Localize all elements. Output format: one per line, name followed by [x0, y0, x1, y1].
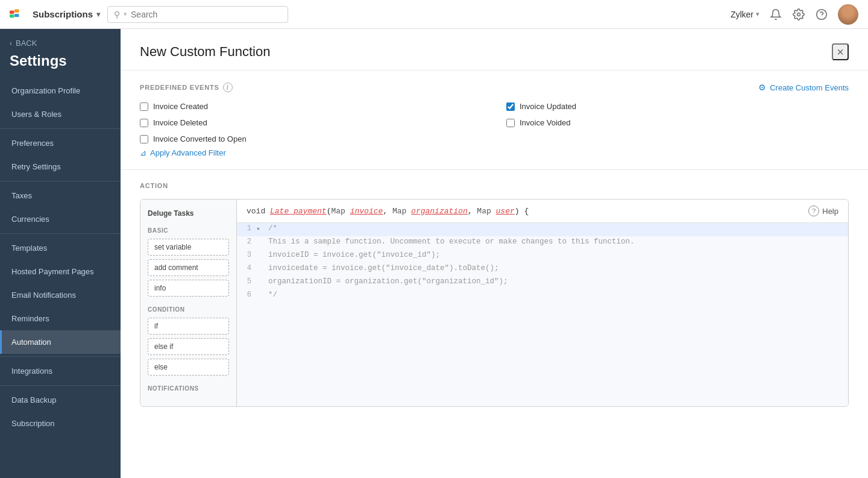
kw-map2: Map	[392, 207, 411, 216]
kw-param-org: organization	[411, 207, 468, 216]
sidebar-item-org-profile-label: Organization Profile	[11, 86, 80, 95]
app-name: Subscriptions	[33, 9, 93, 19]
sidebar-item-taxes-label: Taxes	[11, 191, 32, 200]
code-line-5: 5 organizationID = organization.get("org…	[237, 276, 848, 289]
event-invoice-deleted-checkbox[interactable]	[140, 119, 148, 127]
svg-rect-3	[14, 13, 19, 16]
sidebar-item-integrations[interactable]: Integrations	[0, 359, 121, 383]
apply-advanced-filter-link[interactable]: ⊿ Apply Advanced Filter	[140, 148, 849, 157]
editor-panel: Deluge Tasks BASIC set variable add comm…	[140, 199, 849, 407]
event-invoice-voided-label: Invoice Voided	[520, 118, 571, 127]
layout: ‹ BACK Settings Organization Profile Use…	[0, 29, 868, 478]
sidebar-item-integrations-label: Integrations	[11, 366, 52, 376]
sidebar-item-email-notifications[interactable]: Email Notifications	[0, 283, 121, 307]
user-name: Zylker	[731, 10, 753, 19]
app-chevron-icon[interactable]: ▾	[96, 10, 100, 19]
search-dropdown-icon[interactable]: ▾	[124, 10, 127, 18]
task-set-variable[interactable]: set variable	[148, 239, 229, 256]
action-label: ACTION	[140, 182, 849, 189]
svg-point-5	[817, 9, 827, 19]
event-invoice-converted-label: Invoice Converted to Open	[153, 134, 247, 143]
kw-void: void	[247, 207, 270, 216]
task-add-comment[interactable]: add comment	[148, 259, 229, 276]
app-logo[interactable]: Subscriptions ▾	[10, 8, 100, 20]
create-custom-events-link[interactable]: ⚙ Create Custom Events	[758, 83, 849, 92]
event-invoice-voided[interactable]: Invoice Voided	[506, 118, 849, 127]
event-invoice-deleted[interactable]: Invoice Deleted	[140, 118, 482, 127]
sidebar-item-subscription[interactable]: Subscription	[0, 412, 121, 435]
event-invoice-updated-checkbox[interactable]	[506, 102, 515, 111]
event-invoice-updated[interactable]: Invoice Updated	[506, 102, 849, 111]
sidebar-item-taxes[interactable]: Taxes	[0, 184, 121, 207]
task-else[interactable]: else	[148, 359, 229, 376]
notifications-icon[interactable]	[769, 8, 782, 21]
event-invoice-updated-label: Invoice Updated	[520, 102, 576, 111]
sidebar-item-data-backup[interactable]: Data Backup	[0, 388, 121, 412]
event-invoice-created[interactable]: Invoice Created	[140, 102, 482, 111]
main-content: New Custom Function × PREDEFINED EVENTS …	[121, 29, 868, 478]
task-else-if[interactable]: else if	[148, 338, 229, 355]
sidebar-item-users-roles-label: Users & Roles	[11, 110, 61, 119]
sidebar-item-retry-settings-label: Retry Settings	[11, 162, 61, 171]
svg-rect-2	[10, 14, 14, 17]
predefined-events-label: PREDEFINED EVENTS i	[140, 83, 233, 92]
code-header: void Late_payment(Map invoice, Map organ…	[237, 200, 848, 223]
user-menu[interactable]: Zylker ▾	[731, 10, 760, 19]
svg-rect-0	[10, 10, 14, 13]
event-invoice-converted-checkbox[interactable]	[140, 135, 148, 143]
sidebar-item-preferences[interactable]: Preferences	[0, 131, 121, 155]
kw-map3: Map	[477, 207, 495, 216]
topbar: Subscriptions ▾ ⚲ ▾ Zylker ▾	[0, 0, 868, 29]
event-invoice-created-checkbox[interactable]	[140, 102, 148, 111]
kw-function-name: Late_payment	[270, 207, 327, 216]
kw-brace: ) {	[515, 207, 529, 216]
back-button[interactable]: ‹ BACK	[0, 29, 121, 50]
back-label: BACK	[16, 39, 37, 48]
condition-section-label: CONDITION	[148, 306, 229, 313]
event-invoice-converted[interactable]: Invoice Converted to Open	[140, 134, 482, 143]
filter-label: Apply Advanced Filter	[150, 148, 226, 157]
sidebar-item-reminders[interactable]: Reminders	[0, 307, 121, 330]
filter-icon: ⊿	[140, 148, 146, 157]
info-icon[interactable]: i	[223, 83, 233, 92]
gear-icon: ⚙	[758, 83, 766, 92]
help-icon[interactable]	[815, 8, 828, 21]
kw-param-invoice: invoice	[350, 207, 383, 216]
tasks-panel: Deluge Tasks BASIC set variable add comm…	[140, 200, 237, 406]
settings-icon[interactable]	[792, 8, 805, 21]
kw-map1: Map	[331, 207, 350, 216]
sidebar-item-templates[interactable]: Templates	[0, 236, 121, 260]
sidebar-divider-4	[0, 356, 121, 357]
predefined-events-header: PREDEFINED EVENTS i ⚙ Create Custom Even…	[140, 83, 849, 92]
event-invoice-voided-checkbox[interactable]	[506, 119, 515, 127]
code-line-6: 6 */	[237, 289, 848, 303]
svg-point-4	[797, 13, 800, 16]
code-signature: void Late_payment(Map invoice, Map organ…	[247, 207, 529, 216]
sidebar-item-users-roles[interactable]: Users & Roles	[0, 102, 121, 126]
sidebar-item-hosted-payment[interactable]: Hosted Payment Pages	[0, 260, 121, 283]
code-area: void Late_payment(Map invoice, Map organ…	[237, 200, 848, 406]
code-body[interactable]: 1 ▾ /* 2 This is a sample function. Unco…	[237, 223, 848, 406]
svg-rect-1	[14, 9, 19, 12]
main-header: New Custom Function ×	[121, 29, 868, 71]
sidebar-divider-5	[0, 385, 121, 386]
task-if[interactable]: if	[148, 318, 229, 335]
event-invoice-deleted-label: Invoice Deleted	[153, 118, 207, 127]
sidebar-item-currencies[interactable]: Currencies	[0, 207, 121, 231]
close-button[interactable]: ×	[832, 43, 849, 60]
avatar[interactable]	[838, 4, 858, 25]
predefined-events-section: PREDEFINED EVENTS i ⚙ Create Custom Even…	[121, 71, 868, 170]
search-bar[interactable]: ⚲ ▾	[107, 6, 288, 23]
task-info[interactable]: info	[148, 280, 229, 297]
sidebar-divider-1	[0, 128, 121, 129]
help-link[interactable]: ? Help	[808, 206, 838, 216]
help-label: Help	[822, 207, 838, 216]
sidebar-item-org-profile[interactable]: Organization Profile	[0, 79, 121, 102]
search-input[interactable]	[131, 10, 281, 19]
sidebar-item-automation[interactable]: Automation	[0, 330, 121, 354]
sidebar-item-retry-settings[interactable]: Retry Settings	[0, 155, 121, 178]
sidebar: ‹ BACK Settings Organization Profile Use…	[0, 29, 121, 478]
sidebar-item-templates-label: Templates	[11, 244, 47, 253]
code-line-4: 4 invoicedate = invoice.get("invoice_dat…	[237, 263, 848, 276]
sidebar-item-hosted-payment-label: Hosted Payment Pages	[11, 267, 94, 276]
